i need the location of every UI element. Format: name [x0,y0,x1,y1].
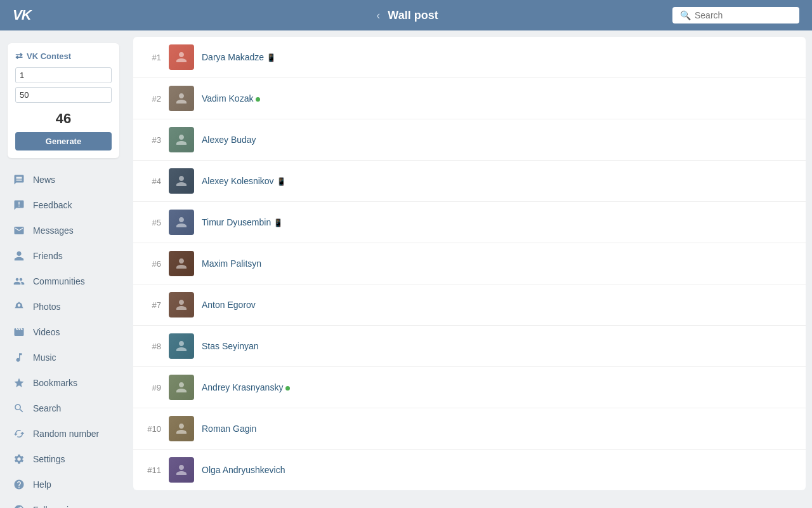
sidebar-item-full-version[interactable]: Full version [3,497,124,508]
item-rank: #5 [143,218,161,227]
random-icon: ⇄ [15,51,23,61]
avatar [169,86,194,111]
item-name: Maxim Palitsyn [202,258,796,269]
item-rank: #1 [143,53,161,62]
list-item[interactable]: #9Andrey Krasnyansky [133,367,806,408]
avatar [169,210,194,235]
nav-label-music: Music [33,352,56,363]
widget-title: ⇄ VK Contest [15,51,112,61]
nav-label-bookmarks: Bookmarks [33,378,77,388]
item-name: Roman Gagin [202,424,796,434]
sidebar-item-search[interactable]: Search [3,396,124,421]
sidebar-item-bookmarks[interactable]: Bookmarks [3,370,124,396]
list-item[interactable]: #6Maxim Palitsyn [133,243,806,284]
nav-label-messages: Messages [33,225,74,236]
sidebar-item-settings[interactable]: Settings [3,446,124,472]
sidebar-item-friends[interactable]: Friends [3,243,124,269]
online-indicator [256,97,260,102]
sidebar-item-feedback[interactable]: Feedback [3,192,124,218]
list-item[interactable]: #5Timur Dyusembin📱 [133,202,806,243]
news-icon [13,173,25,186]
communities-icon [13,275,25,288]
feedback-icon [13,199,25,211]
sidebar-item-random-number[interactable]: Random number [3,421,124,446]
item-rank: #7 [143,300,161,310]
item-rank: #2 [143,94,161,104]
avatar [169,127,194,152]
nav-label-videos: Videos [33,327,60,337]
item-name: Vadim Kozak [202,93,796,104]
sidebar-item-videos[interactable]: Videos [3,319,124,345]
main-content: #1Darya Makadze📱#2Vadim Kozak#3Alexey Bu… [127,30,812,508]
search-icon: 🔍 [680,10,691,20]
sidebar-item-communities[interactable]: Communities [3,269,124,294]
to-input[interactable] [15,87,112,103]
item-name: Alexey Buday [202,135,796,145]
sidebar: ⇄ VK Contest 46 Generate News [0,30,127,508]
list-item[interactable]: #3Alexey Buday [133,119,806,161]
item-rank: #10 [143,424,161,434]
header-title-area: ‹ Wall post [374,6,438,25]
sidebar-item-help[interactable]: Help [3,472,124,497]
nav-label-random-number: Random number [33,429,99,439]
mobile-badge: 📱 [273,218,283,227]
help-icon [13,478,25,491]
nav-label-help: Help [33,479,51,490]
item-rank: #4 [143,177,161,186]
search-input[interactable] [695,10,792,20]
page-title: Wall post [388,9,438,22]
item-name: Timur Dyusembin📱 [202,217,796,227]
vk-contest-widget: ⇄ VK Contest 46 Generate [8,43,119,158]
item-name: Alexey Kolesnikov📱 [202,176,796,186]
item-rank: #6 [143,259,161,269]
item-name: Darya Makadze📱 [202,52,796,62]
avatar [169,168,194,194]
sidebar-item-music[interactable]: Music [3,345,124,370]
nav-label-news: News [33,175,55,185]
list-item[interactable]: #10Roman Gagin [133,408,806,450]
settings-icon [13,453,25,465]
app-header: VK ‹ Wall post 🔍 [0,0,812,30]
avatar [169,44,194,70]
list-item[interactable]: #1Darya Makadze📱 [133,37,806,78]
avatar [169,375,194,400]
nav-label-settings: Settings [33,454,65,464]
item-rank: #8 [143,342,161,351]
friends-icon [13,250,25,262]
list-item[interactable]: #11Olga Andryushkevich [133,450,806,490]
videos-icon [13,326,25,338]
search-nav-icon [13,402,25,415]
item-name: Anton Egorov [202,300,796,310]
generate-button[interactable]: Generate [15,132,112,150]
list-item[interactable]: #7Anton Egorov [133,284,806,326]
sidebar-item-photos[interactable]: Photos [3,294,124,319]
avatar [169,292,194,318]
list-item[interactable]: #8Stas Seyinyan [133,326,806,367]
mobile-badge: 📱 [277,177,286,186]
item-name: Andrey Krasnyansky [202,382,796,392]
nav-label-full-version: Full version [33,505,79,508]
search-bar: 🔍 [672,7,799,23]
avatar [169,457,194,483]
main-layout: ⇄ VK Contest 46 Generate News [0,30,812,508]
sidebar-nav: News Feedback Messages [0,167,127,508]
list-item[interactable]: #4Alexey Kolesnikov📱 [133,161,806,202]
mobile-badge: 📱 [266,53,276,62]
sidebar-item-messages[interactable]: Messages [3,218,124,243]
online-indicator [285,386,290,391]
avatar [169,416,194,441]
list-item[interactable]: #2Vadim Kozak [133,78,806,119]
nav-label-communities: Communities [33,276,85,286]
nav-label-feedback: Feedback [33,200,72,210]
bookmarks-icon [13,377,25,389]
avatar [169,251,194,276]
random-number-icon [13,427,25,440]
back-button[interactable]: ‹ [374,6,383,25]
nav-label-friends: Friends [33,251,63,261]
avatar [169,333,194,359]
sidebar-item-news[interactable]: News [3,167,124,192]
nav-label-photos: Photos [33,302,61,312]
from-input[interactable] [15,67,112,83]
vk-logo: VK [13,7,31,23]
item-name: Stas Seyinyan [202,341,796,351]
